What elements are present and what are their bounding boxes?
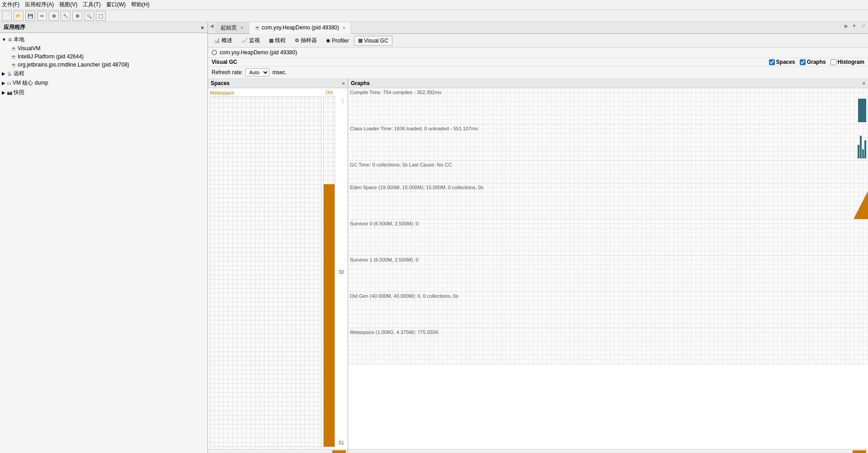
conn-label: com.ysy.HeapDemo (pid 49380) — [220, 49, 297, 56]
tab-spacer — [351, 22, 843, 33]
tab-startpage-close[interactable]: × — [241, 25, 243, 30]
classloader-bar4 — [864, 140, 866, 158]
spaces-panel-header: Spaces × — [208, 79, 348, 88]
sub-tab-bar: 📊 概述 📈 监视 ▦ 线程 ⚙ 抽样器 ◉ Profiler ▦ Visual — [208, 34, 868, 48]
tree-node-remote[interactable]: ▶ 📡 远程 — [2, 69, 206, 78]
checkbox-spaces-label[interactable]: Spaces — [769, 59, 795, 65]
toolbar-btn9[interactable]: 📋 — [96, 11, 106, 21]
toolbar: 📄 📂 💾 ✂ ⚙ 🔧 ⚙ 🔍 📋 — [0, 10, 868, 22]
graphs-panel-close[interactable]: × — [863, 81, 865, 86]
graphs-scrollbar-thumb[interactable] — [853, 450, 866, 453]
tree-node-local[interactable]: ▼ 🖥 本地 — [2, 35, 206, 44]
sub-tab-sampler-label: 抽样器 — [301, 37, 317, 44]
graphs-content: Compile Time: 754 compiles - 352.392ms C… — [348, 88, 868, 449]
threads-icon: ▦ — [269, 38, 274, 43]
sub-tab-threads-label: 线程 — [275, 37, 286, 44]
tree-node-intellij[interactable]: ☕ IntelliJ Platform (pid 42644) — [2, 52, 206, 61]
menu-view[interactable]: 视图(V) — [59, 1, 77, 9]
graph-label-survivor0: Survivor 0 (6.500M, 2.500M): 0 — [350, 221, 419, 226]
toolbar-btn5[interactable]: ⚙ — [49, 11, 59, 21]
graph-label-compile: Compile Time: 754 compiles - 352.392ms — [350, 90, 441, 95]
left-panel-header: 应用程序 × — [0, 22, 208, 33]
toolbar-btn4[interactable]: ✂ — [37, 11, 47, 21]
monitor-icon: 📈 — [241, 38, 248, 43]
visual-gc-label-row: Visual GC Spaces Graphs Histogram — [208, 58, 868, 67]
spaces-scrollbar-thumb[interactable] — [332, 450, 346, 453]
toolbar-new-btn[interactable]: 📄 — [2, 11, 12, 21]
visual-gc-checkboxes: Spaces Graphs Histogram — [769, 59, 864, 65]
metaspace-label: Metaspace — [210, 90, 321, 95]
tree-node-vmdump[interactable]: ▶ 🗂 VM 核心 dump — [2, 78, 206, 88]
tab-heapdemo[interactable]: ☕ com.ysy.HeapDemo (pid 49380) × — [249, 22, 351, 34]
checkbox-graphs[interactable] — [800, 59, 806, 65]
left-panel-title: 应用程序 — [4, 24, 25, 31]
folder-icon-remote: 📡 — [7, 71, 12, 76]
sub-tab-monitor[interactable]: 📈 监视 — [237, 35, 264, 46]
spaces-panel-close[interactable]: × — [342, 81, 345, 86]
sub-tab-overview-label: 概述 — [222, 37, 232, 44]
toolbar-save-btn[interactable]: 💾 — [25, 11, 35, 21]
tab-startpage-label: 起始页 — [221, 24, 237, 32]
tab-overflow-down[interactable]: ▼ — [850, 22, 859, 33]
profiler-icon: ◉ — [326, 38, 330, 43]
checkbox-histogram-label[interactable]: Histogram — [830, 59, 864, 65]
checkbox-graphs-label[interactable]: Graphs — [800, 59, 826, 65]
toolbar-btn7[interactable]: ⚙ — [72, 11, 82, 21]
checkbox-histogram[interactable] — [830, 59, 836, 65]
refresh-unit: msec. — [272, 69, 287, 76]
tree-node-visualvm[interactable]: ☕ VisualVM — [2, 44, 206, 52]
refresh-label: Refresh rate: — [212, 69, 243, 76]
graphs-panel: Graphs × Compile Time: 754 compiles - 35… — [348, 79, 868, 453]
checkbox-spaces[interactable] — [769, 59, 775, 65]
tree-node-launcher[interactable]: ☕ org.jetbrains.jps.cmdline.Launcher (pi… — [2, 61, 206, 69]
metaspace-area: Metaspace — [210, 90, 321, 447]
menu-tools[interactable]: 工具(T) — [83, 1, 100, 9]
menu-app[interactable]: 应用程序(A) — [25, 1, 54, 9]
tree-label-vmdump: VM 核心 dump — [13, 79, 48, 87]
classloader-bar1 — [858, 145, 859, 158]
graph-label-survivor1: Survivor 1 (6.500M, 2.500M): 0 — [350, 257, 419, 262]
visual-gc-title: Visual GC — [212, 59, 237, 65]
content-area: Spaces × Metaspace Old — [208, 79, 868, 453]
toolbar-btn6[interactable]: 🔧 — [61, 11, 71, 21]
tree-label-local: 本地 — [14, 36, 24, 43]
graph-label-oldgen: Old Gen (40.000M, 40.000M): 0, 0 collect… — [350, 293, 458, 299]
checkbox-graphs-text: Graphs — [807, 59, 826, 65]
menu-window[interactable]: 窗口(W) — [106, 1, 126, 9]
sub-tab-profiler-label: Profiler — [332, 38, 349, 44]
sub-tab-threads[interactable]: ▦ 线程 — [265, 35, 290, 46]
tab-overflow-right[interactable]: ▶ — [843, 22, 850, 33]
overview-icon: 📊 — [214, 38, 220, 43]
tab-startpage[interactable]: 起始页 × — [215, 22, 249, 33]
toolbar-btn8[interactable]: 🔍 — [84, 11, 94, 21]
classloader-bars — [858, 136, 866, 158]
conn-info: com.ysy.HeapDemo (pid 49380) — [208, 48, 868, 58]
tree-node-snapshot[interactable]: ▶ 📷 快照 — [2, 88, 206, 97]
menu-help[interactable]: 帮助(H) — [131, 1, 150, 9]
sub-tab-overview[interactable]: 📊 概述 — [210, 35, 236, 46]
left-panel: 应用程序 × ▼ 🖥 本地 ☕ VisualVM ☕ IntelliJ Plat… — [0, 22, 208, 453]
graphs-panel-title: Graphs — [351, 80, 370, 86]
sub-tab-profiler[interactable]: ◉ Profiler — [322, 36, 353, 46]
graph-row-gctime: GC Time: 0 collections, 0s Last Cause: N… — [348, 161, 868, 183]
menu-file[interactable]: 文件(F) — [2, 1, 19, 9]
tab-maximize[interactable]: ⤢ — [859, 22, 868, 33]
s1-label: S1 — [339, 440, 344, 445]
tab-overflow-left[interactable]: ◀ — [208, 22, 215, 33]
tab-heapdemo-close[interactable]: × — [343, 25, 345, 30]
graph-label-classloader: Class Loader Time: 1636 loaded, 0 unload… — [350, 126, 478, 131]
checkbox-spaces-text: Spaces — [776, 59, 795, 65]
graph-row-eden: Eden Space (19.000M, 15.000M): 15.000M, … — [348, 183, 868, 219]
classloader-bar3 — [862, 149, 864, 158]
visualgc-icon: ▦ — [358, 38, 363, 43]
tab-bar: ◀ 起始页 × ☕ com.ysy.HeapDemo (pid 49380) ×… — [208, 22, 868, 34]
graphs-scrollbar[interactable] — [348, 449, 868, 453]
sub-tab-visualgc[interactable]: ▦ Visual GC — [354, 36, 392, 46]
sub-tab-sampler[interactable]: ⚙ 抽样器 — [291, 35, 321, 46]
spaces-scrollbar[interactable] — [208, 449, 348, 453]
toolbar-open-btn[interactable]: 📂 — [14, 11, 24, 21]
refresh-select[interactable]: Auto 100 200 500 1000 — [245, 68, 269, 76]
eden-fill — [854, 191, 868, 219]
left-panel-close[interactable]: × — [201, 25, 204, 30]
graph-row-oldgen: Old Gen (40.000M, 40.000M): 0, 0 collect… — [348, 292, 868, 328]
